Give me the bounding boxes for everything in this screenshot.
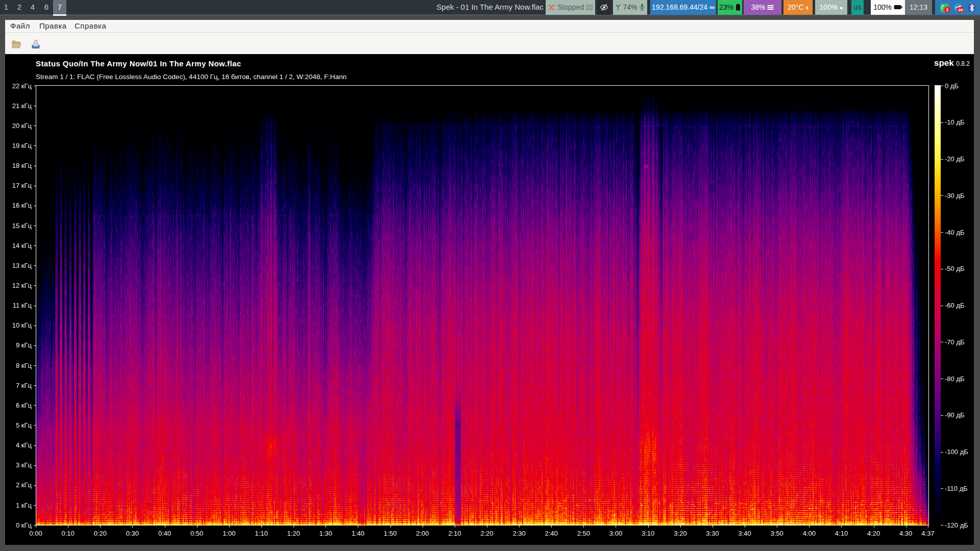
svg-text:1: 1 bbox=[946, 7, 949, 12]
svg-text:.66: .66 bbox=[958, 8, 963, 12]
